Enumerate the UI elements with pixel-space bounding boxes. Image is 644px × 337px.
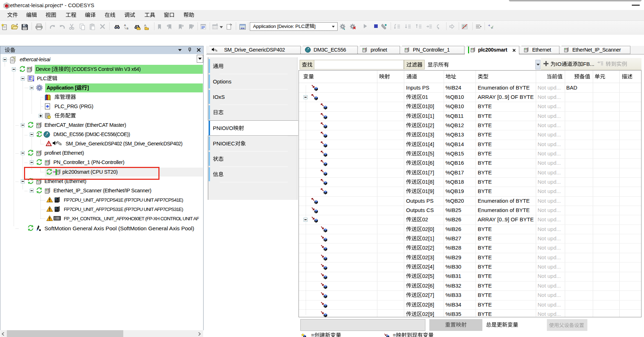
svg-text:B: B (127, 27, 128, 30)
svg-text:!: ! (38, 132, 39, 136)
svg-text:A: A (144, 24, 146, 27)
svg-text:A: A (124, 24, 126, 27)
